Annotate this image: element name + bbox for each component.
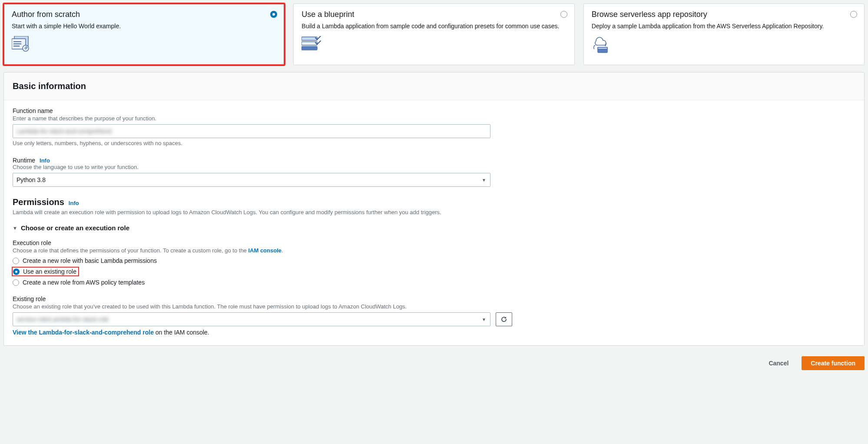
function-name-field: Function name Enter a name that describe… xyxy=(13,107,855,146)
field-sublabel: Enter a name that describes the purpose … xyxy=(13,115,855,122)
panel-title: Basic information xyxy=(13,81,855,91)
svg-rect-10 xyxy=(301,46,317,50)
svg-rect-8 xyxy=(301,37,317,40)
radio-unselected-icon xyxy=(560,11,567,18)
field-sublabel: Choose an existing role that you've crea… xyxy=(13,303,855,310)
runtime-select[interactable]: Python 3.8 xyxy=(13,173,490,187)
radio-use-existing-role[interactable]: Use an existing role xyxy=(13,268,78,275)
field-sublabel: Choose the language to use to write your… xyxy=(13,164,855,170)
radio-create-from-templates[interactable]: Create a new role from AWS policy templa… xyxy=(13,278,855,287)
refresh-icon xyxy=(500,316,507,323)
field-hint: Use only letters, numbers, hyphens, or u… xyxy=(13,140,855,146)
chevron-down-icon: ▼ xyxy=(13,225,17,231)
radio-unselected-icon xyxy=(850,11,857,18)
option-card-use-blueprint[interactable]: Use a blueprint Build a Lambda applicati… xyxy=(293,3,574,65)
footer-actions: Cancel Create function xyxy=(0,349,868,374)
basic-information-panel: Basic information Function name Enter a … xyxy=(3,72,865,346)
refresh-button[interactable] xyxy=(496,312,512,326)
permissions-info-link[interactable]: Info xyxy=(69,200,79,206)
existing-role-select[interactable]: service-role/Lambda-for-slack-role xyxy=(13,312,490,326)
permissions-sub: Lambda will create an execution role wit… xyxy=(13,209,855,215)
runtime-info-link[interactable]: Info xyxy=(40,157,50,164)
radio-checked-icon xyxy=(13,268,20,275)
radio-create-new-basic[interactable]: Create a new role with basic Lambda perm… xyxy=(13,256,855,265)
radio-icon xyxy=(13,279,19,286)
card-title: Author from scratch xyxy=(12,10,276,19)
card-desc: Build a Lambda application from sample c… xyxy=(301,22,566,31)
svg-rect-14 xyxy=(598,47,607,49)
field-label: Execution role xyxy=(13,239,855,246)
card-desc: Deploy a sample Lambda application from … xyxy=(592,22,856,31)
field-label: Runtime xyxy=(13,157,35,164)
radio-icon xyxy=(13,258,19,264)
blueprint-icon xyxy=(301,36,566,51)
field-sublabel: Choose a role that defines the permissio… xyxy=(13,247,855,254)
runtime-field: Runtime Info Choose the language to use … xyxy=(13,157,855,187)
execution-role-field: Execution role Choose a role that define… xyxy=(13,239,855,287)
option-card-author-from-scratch[interactable]: Author from scratch Start with a simple … xyxy=(3,3,285,65)
execution-role-expander[interactable]: ▼ Choose or create an execution role xyxy=(13,224,855,232)
field-label: Existing role xyxy=(13,295,855,302)
field-label: Function name xyxy=(13,107,855,114)
function-name-input[interactable]: Lambda-for-slack-and-comprehend xyxy=(13,124,490,138)
author-option-cards: Author from scratch Start with a simple … xyxy=(0,0,868,72)
card-title: Use a blueprint xyxy=(301,10,566,19)
permissions-heading: Permissions Info xyxy=(13,197,855,207)
existing-role-field: Existing role Choose an existing role th… xyxy=(13,295,855,336)
scratch-icon xyxy=(12,36,276,52)
iam-console-link[interactable]: IAM console xyxy=(248,247,282,254)
card-title: Browse serverless app repository xyxy=(592,10,856,19)
card-desc: Start with a simple Hello World example. xyxy=(12,22,276,31)
view-role-link[interactable]: View the Lambda-for-slack-and-comprehend… xyxy=(13,329,154,336)
svg-rect-9 xyxy=(301,42,317,45)
serverless-icon xyxy=(592,36,856,53)
create-function-button[interactable]: Create function xyxy=(802,356,865,370)
view-role-line: View the Lambda-for-slack-and-comprehend… xyxy=(13,329,855,336)
option-card-serverless-repo[interactable]: Browse serverless app repository Deploy … xyxy=(583,3,865,65)
cancel-button[interactable]: Cancel xyxy=(760,356,797,370)
